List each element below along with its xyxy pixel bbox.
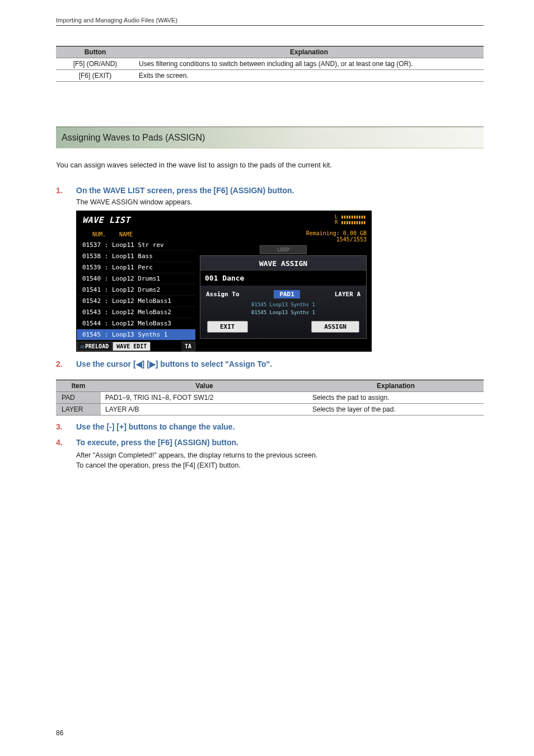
th-button: Button <box>56 46 134 58</box>
list-item[interactable]: 01540 : Loop12 Drums1 <box>77 273 195 284</box>
meter-l-label: L <box>335 214 338 220</box>
step-subtext: The WAVE ASSIGN window appears. <box>76 198 484 206</box>
meter-r-label: R <box>335 220 338 225</box>
cell-value: PAD1–9, TRIG IN1–8, FOOT SW1/2 <box>101 391 308 403</box>
cell-item: LAYER <box>56 403 101 415</box>
col-name: NAME <box>119 231 133 237</box>
assigned-wave-1: 01545 Loop13 Synths 1 <box>200 301 366 309</box>
list-item[interactable]: 01543 : Loop12 MeloBass2 <box>77 307 195 318</box>
step-instruction: Use the cursor [◀] [▶] buttons to select… <box>76 360 272 368</box>
th-explanation: Explanation <box>134 46 484 58</box>
remaining-space: Remaining: 0.00 GB <box>200 230 367 236</box>
parameter-table: Item Value Explanation PAD PAD1–9, TRIG … <box>56 380 484 416</box>
meter-bars: ▮▮▮▮▮▮▮▮▮▮ <box>341 214 366 220</box>
intro-text: You can assign waves selected in the wav… <box>56 161 484 169</box>
list-item[interactable]: 01541 : Loop12 Drums2 <box>77 284 195 296</box>
tab-tag[interactable]: TA <box>181 342 195 351</box>
cell-item: PAD <box>56 391 101 403</box>
step-instruction: Use the [-] [+] buttons to change the va… <box>76 422 235 431</box>
cell-button: [F6] (EXIT) <box>56 70 134 82</box>
level-meters: L ▮▮▮▮▮▮▮▮▮▮ R ▮▮▮▮▮▮▮▮▮▮ <box>335 214 366 226</box>
result-text: After "Assign Completed!" appears, the d… <box>76 450 484 460</box>
step-instruction: On the WAVE LIST screen, press the [F6] … <box>76 186 294 195</box>
step-number: 2. <box>56 360 76 368</box>
table-row: [F6] (EXIT) Exits the screen. <box>56 70 484 82</box>
col-num: NUM. <box>92 231 119 237</box>
assign-button[interactable]: ASSIGN <box>311 321 359 333</box>
cell-explanation: Selects the layer of the pad. <box>308 403 484 415</box>
assign-to-label: Assign To <box>206 291 240 298</box>
th-item: Item <box>56 380 101 391</box>
th-explanation: Explanation <box>308 380 484 391</box>
assigned-wave-2: 01545 Loop13 Synths 1 <box>200 309 366 316</box>
table-row: LAYER LAYER A/B Selects the layer of the… <box>56 403 484 415</box>
step-number: 1. <box>56 186 76 195</box>
list-item[interactable]: 01537 : Loop11 Str rev <box>77 240 195 251</box>
meter-bars: ▮▮▮▮▮▮▮▮▮▮ <box>341 220 366 225</box>
cell-value: LAYER A/B <box>101 403 308 415</box>
kit-name: 001 Dance <box>200 270 366 286</box>
tab-preload[interactable]: PRELOAD <box>77 342 113 351</box>
cell-button: [F5] (OR/AND) <box>56 58 134 70</box>
wave-assign-panel: Remaining: 0.00 GB 1545/1553 LOOP WAVE A… <box>195 228 371 351</box>
list-item[interactable]: 01542 : Loop12 MeloBass1 <box>77 296 195 307</box>
cancel-text: To cancel the operation, press the [F4] … <box>76 460 484 470</box>
cell-explanation: Uses filtering conditions to switch betw… <box>134 58 484 70</box>
layer-value[interactable]: LAYER A <box>335 291 360 298</box>
step-number: 4. <box>56 438 76 447</box>
step-number: 3. <box>56 422 76 431</box>
loop-indicator: LOOP <box>260 245 307 254</box>
cell-explanation: Exits the screen. <box>134 70 484 82</box>
pad-value[interactable]: PAD1 <box>274 290 300 298</box>
page-header: Importing and Managing Audio Files (WAVE… <box>56 17 484 26</box>
table-row: [F5] (OR/AND) Uses filtering conditions … <box>56 58 484 70</box>
assign-panel-title: WAVE ASSIGN <box>200 256 366 270</box>
list-item[interactable]: 01538 : Loop11 Bass <box>77 251 195 262</box>
screen-title: WAVE LIST <box>82 215 130 225</box>
exit-button[interactable]: EXIT <box>207 321 248 333</box>
table-row: PAD PAD1–9, TRIG IN1–8, FOOT SW1/2 Selec… <box>56 391 484 403</box>
list-item-selected[interactable]: 01545 : Loop13 Synths 1 <box>77 329 195 340</box>
cell-explanation: Selects the pad to assign. <box>308 391 484 403</box>
th-value: Value <box>101 380 308 391</box>
device-screenshot: WAVE LIST L ▮▮▮▮▮▮▮▮▮▮ R ▮▮▮▮▮▮▮▮▮▮ NUM.… <box>76 211 372 352</box>
wave-list-panel: NUM. NAME 01537 : Loop11 Str rev 01538 :… <box>77 228 195 351</box>
page-number: 86 <box>56 729 63 737</box>
button-table: Button Explanation [F5] (OR/AND) Uses fi… <box>56 46 484 82</box>
remaining-count: 1545/1553 <box>200 236 367 242</box>
list-item[interactable]: 01539 : Loop11 Perc <box>77 262 195 273</box>
step-instruction: To execute, press the [F6] (ASSIGN) butt… <box>76 438 238 447</box>
list-item[interactable]: 01544 : Loop12 MeloBass3 <box>77 318 195 329</box>
tab-wave-edit[interactable]: WAVE EDIT <box>113 342 151 351</box>
section-heading: Assigning Waves to Pads (ASSIGN) <box>56 127 484 148</box>
